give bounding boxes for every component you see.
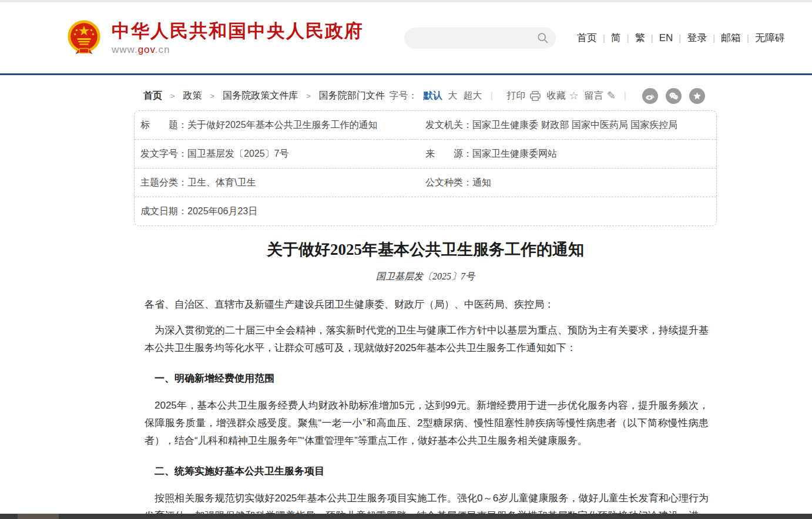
wechat-icon[interactable]	[666, 88, 682, 104]
qzone-icon[interactable]	[689, 88, 705, 104]
breadcrumb: 首页 > 政策 > 国务院政策文件库 > 国务院部门文件	[143, 90, 385, 102]
favorite-button[interactable]: 收藏 ☆	[547, 89, 579, 102]
star-icon: ☆	[569, 89, 579, 102]
meta-label-title: 标 题：	[140, 118, 187, 132]
printer-icon	[529, 90, 541, 102]
meta-value-topic-category: 卫生、体育\卫生	[187, 176, 256, 190]
section-heading-2: 二、统筹实施好基本公共卫生服务项目	[145, 463, 709, 480]
meta-label-issuing-agency: 发文机关：	[425, 118, 472, 132]
header-divider	[0, 73, 812, 75]
paragraph: 为深入贯彻党的二十届三中全会精神，落实新时代党的卫生与健康工作方针中以基层为重点…	[145, 322, 709, 357]
breadcrumb-separator: >	[306, 92, 311, 100]
breadcrumb-home[interactable]: 首页	[143, 90, 162, 102]
site-title: 中华人民共和国中央人民政府	[112, 20, 364, 42]
search-input[interactable]	[414, 32, 536, 43]
pencil-icon: ✎	[607, 89, 616, 102]
search-box[interactable]	[404, 28, 556, 49]
meta-value-issuing-agency: 国家卫生健康委 财政部 国家中医药局 国家疾控局	[472, 118, 677, 132]
nav-english[interactable]: EN	[653, 32, 679, 44]
nav-mailbox[interactable]: 邮箱	[715, 31, 747, 45]
meta-value-date: 2025年06月23日	[187, 204, 257, 218]
breadcrumb-separator: >	[210, 92, 215, 100]
meta-label-doc-type: 公文种类：	[425, 176, 472, 190]
meta-value-title: 关于做好2025年基本公共卫生服务工作的通知	[187, 118, 378, 132]
footer-bar	[0, 514, 812, 519]
weibo-icon[interactable]	[642, 88, 658, 104]
font-size-xlarge-button[interactable]: 超大	[463, 90, 482, 102]
print-button[interactable]: 打印	[507, 90, 541, 102]
meta-value-doc-type: 通知	[472, 176, 491, 190]
search-icon[interactable]	[536, 32, 549, 44]
paragraph-addressee: 各省、自治区、直辖市及新疆生产建设兵团卫生健康委、财政厅（局）、中医药局、疾控局…	[145, 296, 709, 314]
nav-simplified[interactable]: 简	[605, 31, 627, 45]
site-header: 中华人民共和国中央人民政府 www.gov.cn 首页| 简| 繁| EN| 登…	[0, 2, 812, 73]
nav-login[interactable]: 登录	[681, 31, 713, 45]
document-title: 关于做好2025年基本公共卫生服务工作的通知	[134, 239, 717, 260]
meta-value-source: 国家卫生健康委网站	[472, 147, 557, 161]
meta-row: 标 题： 关于做好2025年基本公共卫生服务工作的通知 发文机关： 国家卫生健康…	[135, 111, 716, 140]
site-logo-link[interactable]: 中华人民共和国中央人民政府 www.gov.cn	[66, 20, 364, 56]
font-size-default-button[interactable]: 默认	[423, 90, 442, 102]
meta-row: 发文字号： 国卫基层发〔2025〕7号 来 源： 国家卫生健康委网站	[135, 140, 716, 168]
breadcrumb-policy[interactable]: 政策	[183, 90, 202, 102]
breadcrumb-policy-library[interactable]: 国务院政策文件库	[223, 90, 298, 102]
breadcrumb-department-documents[interactable]: 国务院部门文件	[319, 90, 385, 102]
top-navigation: 首页| 简| 繁| EN| 登录| 邮箱| 无障碍	[571, 31, 791, 45]
site-url: www.gov.cn	[112, 44, 364, 56]
document-number: 国卫基层发〔2025〕7号	[134, 271, 717, 283]
meta-label-source: 来 源：	[425, 147, 472, 161]
document-metadata-box: 标 题： 关于做好2025年基本公共卫生服务工作的通知 发文机关： 国家卫生健康…	[134, 110, 717, 226]
nav-accessibility[interactable]: 无障碍	[749, 31, 791, 45]
page-toolbar: 字号： 默认 大 超大 | 打印 收藏 ☆ 留言	[389, 88, 705, 104]
meta-label-doc-number: 发文字号：	[140, 147, 187, 161]
breadcrumb-separator: >	[170, 92, 175, 100]
meta-row: 成文日期： 2025年06月23日	[135, 197, 716, 225]
national-emblem-icon	[66, 20, 102, 56]
font-size-large-button[interactable]: 大	[448, 90, 457, 102]
section-heading-1: 一、明确新增经费使用范围	[145, 370, 709, 387]
meta-row: 主题分类： 卫生、体育\卫生 公文种类： 通知	[135, 168, 716, 197]
meta-label-date: 成文日期：	[140, 204, 187, 218]
paragraph: 2025年，基本公共卫生服务经费人均财政补助标准增加5元，达到99元。新增经费用…	[145, 397, 709, 450]
nav-traditional[interactable]: 繁	[629, 31, 651, 45]
nav-home[interactable]: 首页	[571, 31, 603, 45]
main-content: 首页 > 政策 > 国务院政策文件库 > 国务院部门文件 字号： 默认 大 超大…	[134, 87, 717, 519]
meta-label-topic-category: 主题分类：	[140, 176, 187, 190]
meta-value-doc-number: 国卫基层发〔2025〕7号	[187, 147, 289, 161]
comment-button[interactable]: 留言 ✎	[585, 89, 616, 102]
document-body: 各省、自治区、直辖市及新疆生产建设兵团卫生健康委、财政厅（局）、中医药局、疾控局…	[134, 296, 717, 519]
font-size-label: 字号：	[389, 90, 417, 102]
